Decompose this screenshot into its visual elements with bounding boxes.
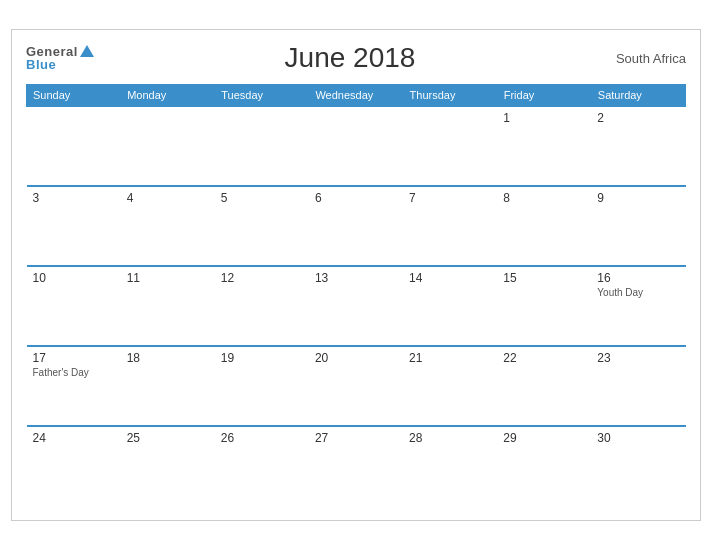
calendar-cell: 8 — [497, 186, 591, 266]
day-number: 20 — [315, 351, 397, 365]
calendar-cell — [309, 106, 403, 186]
day-number: 21 — [409, 351, 491, 365]
calendar-cell: 5 — [215, 186, 309, 266]
calendar-cell: 11 — [121, 266, 215, 346]
calendar-country: South Africa — [606, 51, 686, 66]
week-row-3: 10111213141516Youth Day — [27, 266, 686, 346]
calendar-cell: 24 — [27, 426, 121, 506]
weekday-header-row: SundayMondayTuesdayWednesdayThursdayFrid… — [27, 85, 686, 107]
day-number: 19 — [221, 351, 303, 365]
day-number: 13 — [315, 271, 397, 285]
calendar-cell: 6 — [309, 186, 403, 266]
day-event: Youth Day — [597, 287, 679, 298]
weekday-header-wednesday: Wednesday — [309, 85, 403, 107]
day-number: 5 — [221, 191, 303, 205]
day-number: 24 — [33, 431, 115, 445]
calendar-cell: 16Youth Day — [591, 266, 685, 346]
day-number: 18 — [127, 351, 209, 365]
logo-blue-text: Blue — [26, 58, 94, 71]
calendar-cell: 21 — [403, 346, 497, 426]
calendar-container: General Blue June 2018 South Africa Sund… — [11, 29, 701, 521]
day-number: 14 — [409, 271, 491, 285]
calendar-cell — [27, 106, 121, 186]
day-number: 25 — [127, 431, 209, 445]
day-number: 28 — [409, 431, 491, 445]
day-number: 30 — [597, 431, 679, 445]
day-number: 11 — [127, 271, 209, 285]
day-number: 15 — [503, 271, 585, 285]
week-row-2: 3456789 — [27, 186, 686, 266]
day-number: 22 — [503, 351, 585, 365]
weekday-header-friday: Friday — [497, 85, 591, 107]
calendar-cell: 20 — [309, 346, 403, 426]
calendar-cell: 30 — [591, 426, 685, 506]
calendar-cell: 29 — [497, 426, 591, 506]
calendar-cell: 3 — [27, 186, 121, 266]
weekday-header-thursday: Thursday — [403, 85, 497, 107]
day-number: 12 — [221, 271, 303, 285]
week-row-4: 17Father's Day181920212223 — [27, 346, 686, 426]
day-number: 4 — [127, 191, 209, 205]
day-number: 1 — [503, 111, 585, 125]
calendar-cell — [215, 106, 309, 186]
weekday-header-sunday: Sunday — [27, 85, 121, 107]
calendar-cell: 9 — [591, 186, 685, 266]
day-number: 8 — [503, 191, 585, 205]
calendar-cell: 14 — [403, 266, 497, 346]
day-number: 6 — [315, 191, 397, 205]
calendar-cell: 26 — [215, 426, 309, 506]
calendar-cell: 19 — [215, 346, 309, 426]
calendar-cell: 10 — [27, 266, 121, 346]
day-number: 16 — [597, 271, 679, 285]
calendar-cell: 22 — [497, 346, 591, 426]
calendar-cell: 17Father's Day — [27, 346, 121, 426]
day-number: 26 — [221, 431, 303, 445]
logo: General Blue — [26, 45, 94, 72]
day-number: 9 — [597, 191, 679, 205]
day-number: 29 — [503, 431, 585, 445]
day-number: 7 — [409, 191, 491, 205]
calendar-cell: 1 — [497, 106, 591, 186]
week-row-5: 24252627282930 — [27, 426, 686, 506]
calendar-cell: 2 — [591, 106, 685, 186]
day-number: 10 — [33, 271, 115, 285]
weekday-header-saturday: Saturday — [591, 85, 685, 107]
calendar-cell: 25 — [121, 426, 215, 506]
calendar-cell — [403, 106, 497, 186]
calendar-cell: 7 — [403, 186, 497, 266]
week-row-1: 12 — [27, 106, 686, 186]
calendar-header: General Blue June 2018 South Africa — [26, 42, 686, 74]
calendar-cell — [121, 106, 215, 186]
calendar-cell: 27 — [309, 426, 403, 506]
calendar-cell: 18 — [121, 346, 215, 426]
calendar-cell: 12 — [215, 266, 309, 346]
calendar-cell: 23 — [591, 346, 685, 426]
day-event: Father's Day — [33, 367, 115, 378]
calendar-title: June 2018 — [94, 42, 606, 74]
logo-general-text: General — [26, 45, 94, 59]
day-number: 2 — [597, 111, 679, 125]
weekday-header-tuesday: Tuesday — [215, 85, 309, 107]
calendar-cell: 15 — [497, 266, 591, 346]
day-number: 17 — [33, 351, 115, 365]
day-number: 27 — [315, 431, 397, 445]
calendar-cell: 13 — [309, 266, 403, 346]
calendar-table: SundayMondayTuesdayWednesdayThursdayFrid… — [26, 84, 686, 506]
day-number: 23 — [597, 351, 679, 365]
calendar-cell: 4 — [121, 186, 215, 266]
day-number: 3 — [33, 191, 115, 205]
logo-triangle-icon — [80, 45, 94, 57]
weekday-header-monday: Monday — [121, 85, 215, 107]
calendar-cell: 28 — [403, 426, 497, 506]
